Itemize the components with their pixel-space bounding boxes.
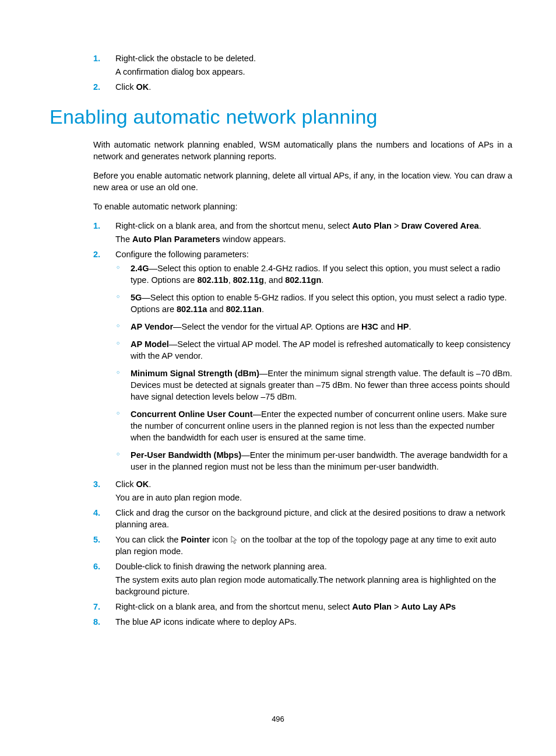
step-number: 1. <box>93 220 100 232</box>
param-min-signal: Minimum Signal Strength (dBm)—Enter the … <box>115 368 512 402</box>
step-text-suffix: . <box>149 82 151 92</box>
param-ap-model: AP Model—Select the virtual AP model. Th… <box>115 338 512 362</box>
list-item: 2. Click OK. <box>93 81 512 93</box>
step-subtext: A confirmation dialog box appears. <box>115 66 512 78</box>
step-text: You can click the Pointer icon on the to… <box>115 535 497 556</box>
list-item: 2. Configure the following parameters: 2… <box>93 249 512 473</box>
param-concurrent-users: Concurrent Online User Count—Enter the e… <box>115 408 512 443</box>
list-item: 8. The blue AP icons indicate where to d… <box>93 616 512 628</box>
step-text: Right-click on a blank area, and from th… <box>115 602 456 611</box>
parameters-window-label: Auto Plan Parameters <box>132 235 220 244</box>
list-item: 7. Right-click on a blank area, and from… <box>93 601 512 612</box>
step-text: Configure the following parameters: <box>115 250 249 259</box>
top-steps-block: 1. Right-click the obstacle to be delete… <box>93 52 512 93</box>
list-item: 1. Right-click the obstacle to be delete… <box>93 52 512 78</box>
list-item: 5. You can click the Pointer icon on the… <box>93 534 512 557</box>
pointer-label: Pointer <box>181 535 210 544</box>
ok-label: OK <box>136 480 149 489</box>
step-subtext: The system exits auto plan region mode a… <box>115 574 512 597</box>
step-number: 2. <box>93 81 100 93</box>
step-subtext: You are in auto plan region mode. <box>115 492 512 503</box>
top-step-list: 1. Right-click the obstacle to be delete… <box>93 52 512 93</box>
step-text: Click and drag the cursor on the backgro… <box>115 508 505 529</box>
step-text-prefix: Click <box>115 82 136 92</box>
step-text: Right-click the obstacle to be deleted. <box>115 54 256 63</box>
step-number: 6. <box>93 561 100 572</box>
parameter-list: 2.4G—Select this option to enable 2.4-GH… <box>115 262 512 473</box>
param-label: 2.4G <box>131 264 149 273</box>
ok-label: OK <box>136 82 149 92</box>
param-2-4g: 2.4G—Select this option to enable 2.4-GH… <box>115 262 512 286</box>
step-number: 2. <box>93 249 100 260</box>
page-number: 496 <box>0 715 556 723</box>
step-text: Double-click to finish drawing the netwo… <box>115 562 327 571</box>
param-per-user-bandwidth: Per-User Bandwidth (Mbps)—Enter the mini… <box>115 449 512 473</box>
param-label: Concurrent Online User Count <box>131 410 252 419</box>
procedure-list: 1. Right-click on a blank area, and from… <box>93 220 512 628</box>
intro-paragraph: To enable automatic network planning: <box>93 201 512 212</box>
step-number: 5. <box>93 534 100 545</box>
step-number: 3. <box>93 478 100 490</box>
step-text: The blue AP icons indicate where to depl… <box>115 617 297 626</box>
step-number: 7. <box>93 601 100 612</box>
list-item: 3. Click OK. You are in auto plan region… <box>93 478 512 503</box>
section-body: With automatic network planning enabled,… <box>93 139 512 628</box>
auto-lay-aps-label: Auto Lay APs <box>401 602 456 611</box>
step-subtext: The Auto Plan Parameters window appears. <box>115 233 512 245</box>
param-label: AP Model <box>131 340 169 349</box>
step-number: 4. <box>93 507 100 519</box>
draw-covered-area-label: Draw Covered Area <box>401 221 478 230</box>
param-ap-vendor: AP Vendor—Select the vendor for the virt… <box>115 321 512 332</box>
param-label: Minimum Signal Strength (dBm) <box>131 369 259 378</box>
pointer-cursor-icon <box>230 536 238 545</box>
section-heading: Enabling automatic network planning <box>50 106 512 128</box>
param-label: Per-User Bandwidth (Mbps) <box>131 450 241 460</box>
step-text: Right-click on a blank area, and from th… <box>115 221 481 230</box>
step-number: 1. <box>93 52 100 64</box>
param-label: AP Vendor <box>131 322 173 331</box>
param-label: 5G <box>131 293 142 302</box>
auto-plan-label: Auto Plan <box>352 221 392 230</box>
list-item: 1. Right-click on a blank area, and from… <box>93 220 512 245</box>
document-page: 1. Right-click the obstacle to be delete… <box>0 0 556 756</box>
list-item: 6. Double-click to finish drawing the ne… <box>93 561 512 597</box>
step-number: 8. <box>93 616 100 628</box>
step-text: Click OK. <box>115 480 151 489</box>
auto-plan-label: Auto Plan <box>352 602 392 611</box>
list-item: 4. Click and drag the cursor on the back… <box>93 507 512 530</box>
intro-paragraph: Before you enable automatic network plan… <box>93 170 512 193</box>
intro-paragraph: With automatic network planning enabled,… <box>93 139 512 162</box>
param-5g: 5G—Select this option to enable 5-GHz ra… <box>115 292 512 315</box>
